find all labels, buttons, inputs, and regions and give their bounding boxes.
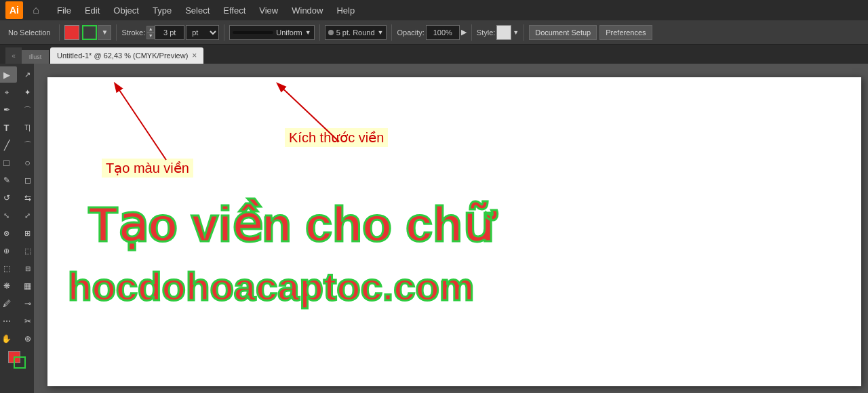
cap-label: 5 pt. Round [336, 28, 375, 37]
symbol-sprayer-tool[interactable]: ❋ [0, 278, 17, 294]
stroke-style-chevron: ▼ [305, 29, 311, 36]
stroke-field: Stroke: ▲ ▼ pt px mm [121, 25, 219, 40]
shear-tool[interactable]: ⤢ [18, 207, 35, 224]
document-tab[interactable]: Untitled-1* @ 62,43 % (CMYK/Preview) × [50, 47, 203, 64]
menu-view[interactable]: View [254, 4, 283, 17]
stroke-color-swatch[interactable] [82, 25, 97, 40]
touch-type-tool[interactable]: T| [18, 119, 35, 136]
tool-group-blend: ⋯ ✂ [0, 313, 34, 329]
menu-type[interactable]: Type [147, 4, 177, 17]
perspective-tool[interactable]: ⬚ [0, 260, 17, 276]
magic-wand-tool[interactable]: ✦ [18, 84, 35, 100]
stroke-spinner[interactable]: ▲ ▼ [146, 25, 155, 40]
annotation-fill-color: Tạo màu viền [102, 159, 193, 178]
opacity-value[interactable] [426, 25, 460, 40]
stroke-value[interactable] [155, 25, 184, 40]
cap-style-field[interactable]: 5 pt. Round ▼ [325, 25, 387, 40]
separator-3 [224, 24, 224, 41]
cap-dot [328, 30, 334, 35]
separator-2 [116, 24, 117, 41]
separator-5 [391, 24, 392, 41]
warp-tool[interactable]: ⊗ [0, 225, 17, 241]
selection-label: No Selection [4, 28, 54, 37]
canvas-area: Tạo viền cho chữ hocdohoacaptoc.com Tạo … [34, 64, 868, 393]
eyedropper-tool[interactable]: 🖉 [0, 295, 17, 312]
preferences-button[interactable]: Preferences [599, 25, 652, 40]
tab-bar: « Illust Untitled-1* @ 62,43 % (CMYK/Pre… [0, 45, 868, 64]
tool-group-shape: □ ○ [0, 154, 34, 171]
tool-group-hand: ✋ ⊕ [0, 331, 34, 347]
menu-help[interactable]: Help [331, 4, 360, 17]
free-transform-tool[interactable]: ⊞ [18, 225, 35, 241]
stroke-line-preview [233, 31, 273, 34]
scale-tool[interactable]: ⤡ [0, 207, 17, 224]
canvas[interactable]: Tạo viền cho chữ hocdohoacaptoc.com Tạo … [47, 77, 861, 386]
menu-file[interactable]: File [52, 4, 77, 17]
panel-collapse[interactable]: « [5, 47, 22, 64]
eraser-tool[interactable]: ◻ [18, 172, 35, 188]
zoom-tool[interactable]: ⊕ [18, 331, 35, 347]
fill-color-swatch[interactable] [64, 25, 79, 40]
tool-group-rotate: ↺ ⇆ [0, 190, 34, 206]
menu-effect[interactable]: Effect [218, 4, 251, 17]
svg-line-0 [115, 84, 166, 160]
style-field: Style: ▼ [477, 25, 519, 40]
menu-window[interactable]: Window [286, 4, 328, 17]
tool-group-scale: ⤡ ⤢ [0, 207, 34, 224]
menu-edit[interactable]: Edit [79, 4, 105, 17]
main-text-stroke: Tạo viền cho chữ [88, 196, 494, 253]
shape-builder-tool[interactable]: ⊕ [0, 243, 17, 259]
illust-panel[interactable]: Illust [22, 50, 49, 64]
separator-1 [59, 24, 60, 41]
stroke-style-label: Uniform [276, 28, 302, 37]
stroke-up[interactable]: ▲ [146, 26, 155, 33]
lasso-tool[interactable]: ⌖ [0, 84, 17, 100]
perspective-grid-tool[interactable]: ⊟ [18, 260, 35, 276]
stroke-down[interactable]: ▼ [146, 33, 155, 39]
line-tool[interactable]: ╱ [0, 137, 17, 153]
tab-close-button[interactable]: × [192, 51, 197, 60]
opacity-label: Opacity: [397, 28, 424, 37]
style-swatch[interactable] [496, 25, 511, 40]
arc-tool[interactable]: ⌒ [18, 137, 35, 153]
live-paint-tool[interactable]: ⬚ [18, 243, 35, 259]
stroke-style-preview[interactable]: Uniform ▼ [229, 25, 314, 40]
blend-tool[interactable]: ⋯ [0, 313, 17, 329]
home-icon[interactable]: ⌂ [28, 3, 43, 18]
reflect-tool[interactable]: ⇆ [18, 190, 35, 206]
toolbar: No Selection ▼ Stroke: ▲ ▼ pt px mm Unif… [0, 20, 868, 45]
tool-group-type: T T| [0, 119, 34, 136]
tab-title: Untitled-1* @ 62,43 % (CMYK/Preview) [57, 51, 188, 60]
curvature-tool[interactable]: ⌒ [18, 102, 35, 118]
direct-selection-tool[interactable]: ↗ [18, 66, 35, 83]
tool-group-eyedrop: 🖉 ⊸ [0, 295, 34, 312]
opacity-arrow[interactable]: ▶ [461, 28, 467, 37]
separator-6 [471, 24, 472, 41]
stroke-dropdown[interactable]: ▼ [98, 25, 111, 40]
tool-group-warp: ⊗ ⊞ [0, 225, 34, 241]
stroke-unit-select[interactable]: pt px mm [186, 25, 219, 40]
tool-group-builder: ⊕ ⬚ [0, 243, 34, 259]
rectangle-tool[interactable]: □ [0, 154, 17, 171]
style-chevron[interactable]: ▼ [513, 29, 519, 36]
menu-object[interactable]: Object [108, 4, 144, 17]
stroke-swatch-tool[interactable] [14, 356, 26, 369]
selection-tool[interactable]: ▶ [0, 66, 17, 83]
rotate-tool[interactable]: ↺ [0, 190, 17, 206]
ellipse-tool[interactable]: ○ [18, 154, 35, 171]
hand-tool[interactable]: ✋ [0, 331, 17, 347]
measure-tool[interactable]: ⊸ [18, 295, 35, 312]
pencil-tool[interactable]: ✎ [0, 172, 17, 188]
tool-group-lasso: ⌖ ✦ [0, 84, 34, 100]
slice-tool[interactable]: ✂ [18, 313, 35, 329]
column-graph-tool[interactable]: ▦ [18, 278, 35, 294]
stroke-label: Stroke: [121, 28, 145, 37]
pen-tool[interactable]: ✒ [0, 102, 17, 118]
opacity-field: Opacity: ▶ [397, 25, 466, 40]
menu-select[interactable]: Select [180, 4, 215, 17]
cap-chevron: ▼ [378, 29, 384, 36]
type-tool[interactable]: T [0, 119, 17, 136]
menubar: Ai ⌂ File Edit Object Type Select Effect… [0, 0, 868, 20]
annotation-stroke-size: Kích thước viền [285, 128, 388, 147]
document-setup-button[interactable]: Document Setup [529, 25, 597, 40]
